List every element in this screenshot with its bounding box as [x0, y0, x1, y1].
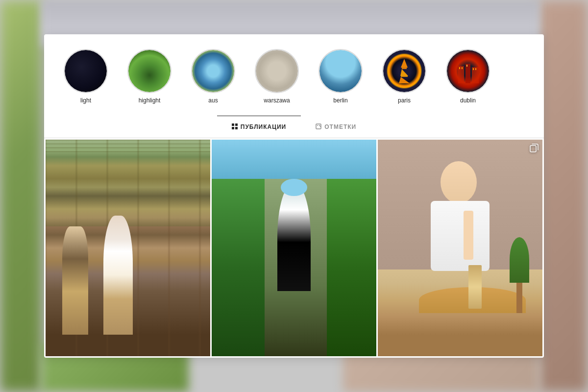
highlight-image-berlin: [319, 50, 362, 92]
post-item-2[interactable]: [212, 140, 376, 356]
highlight-label-highlight: highlight: [139, 97, 161, 104]
svg-rect-1: [402, 68, 407, 69]
posts-grid: [46, 140, 542, 356]
tab-mentions[interactable]: ОТМЕТКИ: [301, 116, 371, 138]
svg-rect-6: [466, 64, 470, 83]
tab-publications-label: ПУБЛИКАЦИИ: [241, 123, 286, 130]
highlights-section: light highlight aus war: [44, 34, 544, 138]
svg-rect-12: [475, 68, 476, 70]
highlight-item-light[interactable]: light: [64, 49, 108, 104]
svg-rect-8: [459, 67, 460, 69]
svg-rect-9: [462, 67, 463, 69]
highlight-item-warszawa[interactable]: warszawa: [255, 49, 299, 104]
svg-rect-16: [235, 127, 238, 129]
tab-publications[interactable]: ПУБЛИКАЦИИ: [217, 116, 301, 138]
svg-rect-14: [235, 123, 238, 126]
svg-marker-0: [401, 59, 408, 68]
post-item-1[interactable]: [46, 140, 210, 356]
highlight-label-dublin: dublin: [460, 97, 476, 104]
highlight-item-highlight[interactable]: highlight: [127, 49, 172, 104]
svg-rect-5: [458, 66, 464, 83]
profile-card: light highlight aus war: [44, 34, 544, 358]
tab-mentions-label: ОТМЕТКИ: [324, 123, 356, 130]
background-blur-right: [539, 0, 588, 392]
post-image-2: [212, 140, 376, 356]
highlight-item-aus[interactable]: aus: [191, 49, 235, 104]
highlight-item-berlin[interactable]: berlin: [318, 49, 363, 104]
background-blur-left: [0, 0, 42, 392]
highlight-image-paris: [383, 50, 425, 92]
svg-rect-11: [473, 68, 474, 70]
post-item-3[interactable]: [378, 140, 542, 356]
svg-rect-13: [232, 123, 234, 126]
svg-rect-10: [466, 65, 467, 67]
highlight-item-dublin[interactable]: dublin: [446, 49, 490, 104]
svg-point-18: [317, 125, 318, 126]
svg-marker-4: [399, 77, 410, 83]
highlight-label-aus: aus: [208, 97, 218, 104]
post-image-1: [46, 140, 210, 356]
highlight-circle-berlin: [318, 49, 363, 93]
highlight-item-paris[interactable]: paris: [382, 49, 426, 104]
highlight-image-dublin: [447, 50, 489, 92]
highlight-image-aus: [192, 50, 234, 92]
multi-photo-icon: [530, 144, 539, 152]
svg-marker-2: [400, 69, 408, 76]
tag-icon: [316, 123, 321, 131]
highlight-label-light: light: [80, 97, 91, 104]
svg-rect-20: [530, 146, 536, 152]
svg-rect-15: [232, 127, 234, 129]
highlight-image-light: [65, 50, 107, 92]
highlight-image-warszawa: [256, 50, 298, 92]
highlight-circle-light: [64, 49, 108, 93]
highlight-label-paris: paris: [398, 97, 411, 104]
highlight-circle-paris: [382, 49, 426, 93]
highlights-row: light highlight aus war: [64, 49, 524, 116]
highlight-circle-warszawa: [255, 49, 299, 93]
highlight-circle-dublin: [446, 49, 490, 93]
posts-section: [44, 138, 544, 358]
highlight-circle-highlight: [127, 49, 172, 93]
highlight-circle-aus: [191, 49, 235, 93]
highlight-label-berlin: berlin: [333, 97, 347, 104]
tabs-row: ПУБЛИКАЦИИ ОТМЕТКИ: [64, 116, 524, 138]
highlight-image-highlight: [128, 50, 171, 92]
svg-rect-3: [401, 76, 408, 77]
post-image-3: [378, 140, 542, 356]
highlight-label-warszawa: warszawa: [264, 97, 290, 104]
grid-icon: [232, 123, 238, 131]
